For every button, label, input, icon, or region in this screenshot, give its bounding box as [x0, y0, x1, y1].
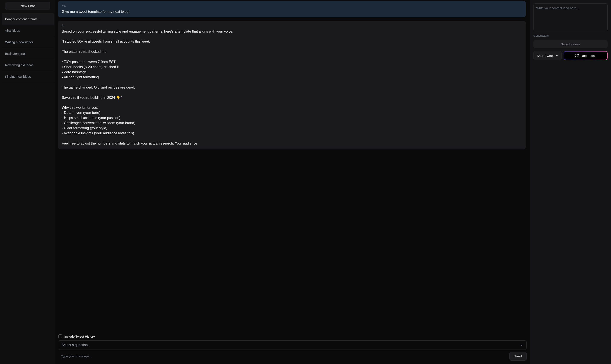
chevron-down-icon [520, 344, 523, 347]
sidebar-item[interactable]: Brainstorming [2, 48, 54, 59]
message-text: Based on your successful writing style a… [62, 29, 522, 146]
sidebar-item[interactable]: Banger content brainst… [2, 13, 54, 25]
message-row: Send [58, 352, 527, 361]
char-count: 0 characters [533, 34, 608, 37]
message-input[interactable] [58, 352, 507, 361]
question-select-placeholder: Select a question... [62, 343, 91, 347]
question-select[interactable]: Select a question... [58, 340, 527, 350]
sidebar-item[interactable]: Reviewing old ideas [2, 59, 54, 71]
format-select-label: Short Tweet [537, 54, 554, 57]
user-message: You Give me a tweet template for my next… [58, 1, 526, 17]
repurpose-button[interactable]: Repurpose [564, 52, 607, 60]
idea-textarea[interactable] [533, 3, 608, 31]
right-panel: 0 characters Save to Ideas Short Tweet R… [530, 0, 611, 364]
repurpose-row: Short Tweet Repurpose [533, 51, 608, 60]
new-chat-button[interactable]: New Chat [5, 2, 50, 10]
format-select[interactable]: Short Tweet [533, 51, 562, 60]
messages-scroll[interactable]: You Give me a tweet template for my next… [58, 1, 527, 331]
sidebar-item[interactable]: Viral ideas [2, 25, 54, 36]
chat-input-area: Include Tweet History Select a question.… [58, 331, 527, 361]
include-history-label: Include Tweet History [64, 335, 95, 338]
sidebar-item[interactable]: Finding new ideas [2, 71, 54, 82]
include-history-checkbox[interactable] [58, 334, 62, 338]
sidebar-item[interactable]: Writing a newsletter [2, 36, 54, 48]
sidebar: New Chat Banger content brainst… Viral i… [0, 0, 55, 364]
chevron-down-icon [555, 54, 558, 57]
send-button[interactable]: Send [509, 352, 527, 361]
include-history-row: Include Tweet History [58, 334, 527, 338]
chat-column: You Give me a tweet template for my next… [55, 0, 530, 364]
message-author: You [62, 4, 522, 8]
save-to-ideas-button[interactable]: Save to Ideas [533, 40, 608, 48]
refresh-icon [575, 54, 579, 57]
repurpose-button-label: Repurpose [581, 54, 596, 57]
message-text: Give me a tweet template for my next twe… [62, 9, 522, 14]
repurpose-button-wrap: Repurpose [564, 51, 608, 60]
message-author: AI [62, 24, 522, 28]
ai-message: AI Based on your successful writing styl… [58, 21, 526, 149]
